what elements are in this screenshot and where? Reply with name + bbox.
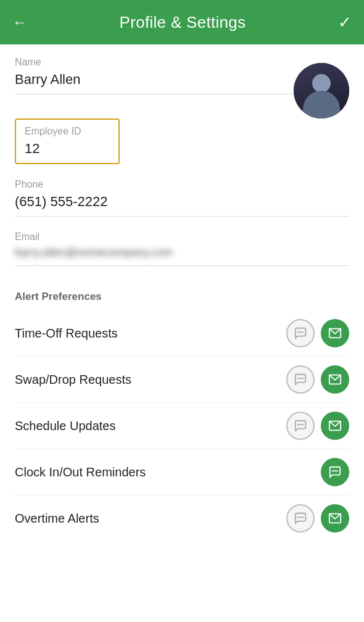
time-off-chat-button[interactable] [286,319,315,347]
phone-label: Phone [15,176,349,190]
email-divider [15,265,349,266]
back-button[interactable]: ← [12,14,27,31]
overtime-email-button[interactable] [321,504,349,533]
avatar [294,63,349,118]
alert-clock-inout-buttons [321,458,349,486]
employee-id-label: Employee ID [25,126,110,137]
swap-drop-email-button[interactable] [321,365,349,394]
envelope-icon [328,326,342,340]
alert-overtime-buttons [286,504,349,533]
name-label: Name [15,57,294,68]
chat-bubble-icon [294,326,307,340]
alert-schedule-updates-label: Schedule Updates [15,419,115,433]
email-section: Email barry.allen@somecompany.com [15,229,349,266]
alert-row-time-off: Time-Off Requests [15,310,349,357]
name-value: Barry Allen [15,72,294,94]
main-content: Name Barry Allen Employee ID 12 Phone (6… [0,44,364,542]
chat-bubble-icon [328,465,342,479]
alert-preferences-section: Alert Preferences Time-Off Requests [15,278,349,542]
employee-id-field[interactable]: Employee ID 12 [15,118,120,164]
save-button[interactable]: ✓ [338,13,352,32]
phone-section: Phone (651) 555-2222 [15,176,349,217]
chat-bubble-icon [294,373,307,386]
alert-time-off-buttons [286,319,349,347]
chat-bubble-icon [294,419,307,433]
page-title: Profile & Settings [120,13,246,32]
clock-inout-chat-button[interactable] [321,458,349,486]
app-header: ← Profile & Settings ✓ [0,0,364,44]
alert-swap-drop-buttons [286,365,349,394]
swap-drop-chat-button[interactable] [286,365,315,394]
avatar-image [294,63,349,118]
envelope-icon [328,373,342,386]
schedule-updates-email-button[interactable] [321,412,349,440]
time-off-email-button[interactable] [321,319,349,347]
alert-clock-inout-label: Clock In/Out Reminders [15,465,146,479]
schedule-updates-chat-button[interactable] [286,412,315,440]
envelope-icon [328,512,342,525]
alert-swap-drop-label: Swap/Drop Requests [15,373,131,387]
employee-id-value: 12 [25,141,110,157]
phone-divider [15,216,349,217]
alert-row-schedule-updates: Schedule Updates [15,403,349,449]
alert-overtime-label: Overtime Alerts [15,512,99,526]
alert-schedule-updates-buttons [286,412,349,440]
chat-bubble-icon [294,512,307,525]
alert-time-off-label: Time-Off Requests [15,326,118,341]
email-value: barry.allen@somecompany.com [15,246,349,265]
name-section: Name Barry Allen [15,57,294,107]
name-divider [15,94,294,94]
email-label: Email [15,229,349,243]
alert-row-clock-inout: Clock In/Out Reminders [15,449,349,496]
overtime-chat-button[interactable] [286,504,315,533]
envelope-icon [328,419,342,433]
alert-row-swap-drop: Swap/Drop Requests [15,357,349,403]
alert-preferences-title: Alert Preferences [15,291,349,303]
phone-value: (651) 555-2222 [15,194,349,216]
profile-name-row: Name Barry Allen [15,44,349,118]
alert-row-overtime: Overtime Alerts [15,496,349,535]
